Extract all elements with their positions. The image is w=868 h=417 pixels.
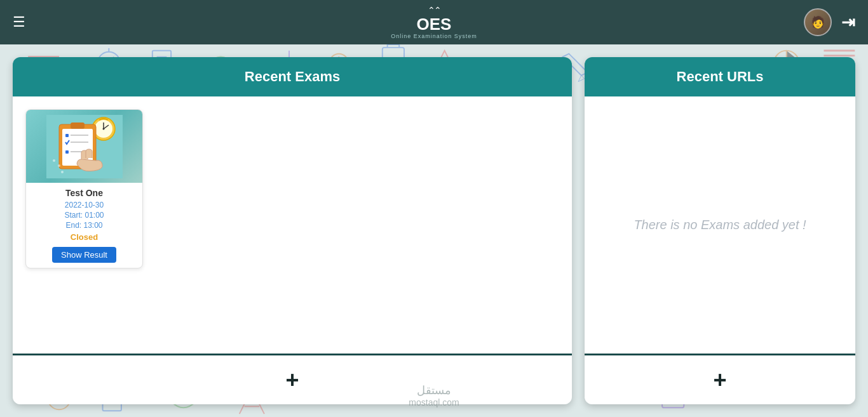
recent-urls-panel: Recent URLs There is no Exams added yet … [585, 57, 855, 404]
exam-card-info: Test One 2022-10-30 Start: 01:00 End: 13… [26, 183, 142, 268]
show-result-button[interactable]: Show Result [52, 247, 116, 263]
exam-end: End: 13:00 [32, 221, 136, 230]
exam-date: 2022-10-30 [32, 201, 136, 209]
svg-rect-43 [71, 122, 85, 129]
exam-status: Closed [32, 232, 136, 242]
app-subtitle: Online Examination System [391, 33, 477, 39]
add-url-icon: + [713, 369, 726, 392]
recent-urls-body: There is no Exams added yet ! [585, 96, 855, 354]
empty-state-text: There is no Exams added yet ! [597, 109, 843, 341]
exam-name: Test One [32, 188, 136, 198]
navbar: ☰ ⌃⌃ OES Online Examination System 🧑 ⇥ [0, 0, 868, 44]
logout-icon[interactable]: ⇥ [841, 13, 855, 32]
exam-thumbnail [26, 110, 142, 183]
chevrons-icon: ⌃⌃ [428, 6, 440, 15]
recent-exams-header: Recent Exams [13, 57, 572, 96]
svg-point-49 [58, 164, 60, 167]
nav-left: ☰ [13, 15, 25, 29]
add-exam-icon: + [285, 369, 299, 392]
recent-exams-panel: Recent Exams [13, 57, 572, 404]
recent-exams-body: Test One 2022-10-30 Start: 01:00 End: 13… [13, 96, 572, 354]
recent-urls-header: Recent URLs [585, 57, 855, 96]
svg-point-50 [53, 159, 55, 162]
avatar[interactable]: 🧑 [804, 8, 832, 36]
nav-right: 🧑 ⇥ [804, 8, 855, 36]
svg-rect-47 [65, 150, 69, 154]
exam-card: Test One 2022-10-30 Start: 01:00 End: 13… [25, 109, 143, 268]
svg-rect-44 [65, 134, 69, 137]
svg-point-51 [61, 171, 64, 173]
nav-center: ⌃⌃ OES Online Examination System [391, 6, 477, 39]
exam-start: Start: 01:00 [32, 211, 136, 220]
svg-point-40 [102, 128, 104, 129]
hamburger-icon[interactable]: ☰ [13, 15, 25, 29]
main-content: Recent Exams [0, 44, 868, 417]
app-title: OES [417, 16, 452, 32]
add-url-button[interactable]: + [585, 354, 855, 404]
add-exam-button[interactable]: + [13, 354, 572, 404]
